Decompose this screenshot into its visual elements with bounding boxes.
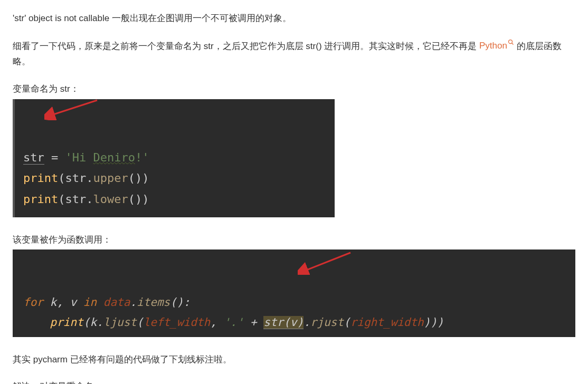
- code1-str-var: str: [23, 151, 44, 165]
- code2-l2-dot1: .: [97, 316, 103, 329]
- code2-l2-k: k: [90, 316, 97, 329]
- para2-text-a: 细看了一下代码，原来是之前将一个变量命名为 str，之后又把它作为底层 str(…: [13, 41, 479, 51]
- svg-line-1: [511, 43, 513, 44]
- code2-in: in: [77, 296, 103, 309]
- code1-l2-close: ): [142, 171, 149, 185]
- code1-s1: Hi: [72, 151, 93, 164]
- code2-rjust: rjust: [310, 316, 344, 329]
- code2-l2-open2: (: [137, 316, 144, 329]
- paragraph-5: 其实 pycharm 已经将有问题的代码做了下划线标注啦。: [13, 352, 575, 368]
- paragraph-4: 该变量被作为函数调用：: [13, 232, 575, 248]
- svg-line-3: [52, 100, 97, 115]
- code1-l2-p: (): [128, 171, 143, 185]
- code2-rw: right_width: [350, 316, 424, 329]
- code1-l3-obj: str.: [65, 193, 93, 206]
- paragraph-1: 'str' object is not callable 一般出现在企图调用一个…: [13, 11, 575, 26]
- code1-l3-close: ): [142, 193, 149, 206]
- code1-l3-p: (): [128, 193, 143, 206]
- svg-line-5: [305, 253, 350, 271]
- code2-v: v: [70, 296, 77, 309]
- code2-str: str: [263, 316, 283, 329]
- code2-cp3: ): [297, 316, 304, 329]
- code-block-1: str = 'Hi Deniro!' print(str.upper()) pr…: [13, 99, 335, 217]
- code2-vv: v: [290, 316, 297, 329]
- code2-dot: .: [130, 296, 137, 309]
- code2-comma: ,: [56, 296, 70, 309]
- code2-str-call: str(v): [263, 316, 304, 329]
- code1-s2: Deniro: [93, 151, 135, 164]
- code2-l2-str: '.': [223, 316, 243, 329]
- code2-paren: ():: [170, 296, 190, 309]
- code1-l2-open: (: [58, 171, 65, 185]
- paragraph-3: 变量命名为 str：: [13, 81, 575, 97]
- code2-plus: +: [243, 316, 263, 329]
- code-block-2: for k, v in data.items(): print(k.ljust(…: [13, 249, 575, 337]
- code2-dot2: .: [304, 316, 310, 329]
- code1-l3-lower: lower: [93, 193, 128, 206]
- code2-for: for: [23, 296, 50, 309]
- code2-op3: (: [283, 316, 290, 329]
- arrow-annotation-2: [298, 249, 356, 275]
- code2-indent: [23, 316, 50, 329]
- python-link-text: Python: [479, 41, 507, 51]
- code2-data: data: [103, 296, 130, 309]
- code1-q2: ': [142, 151, 149, 164]
- code1-q1: ': [65, 151, 72, 164]
- code2-op4: (: [344, 316, 350, 329]
- code1-print2: print: [23, 171, 58, 185]
- code1-eq: =: [44, 151, 65, 164]
- svg-point-0: [508, 40, 512, 43]
- paragraph-2: 细看了一下代码，原来是之前将一个变量命名为 str，之后又把它作为底层 str(…: [13, 38, 575, 70]
- code1-l3-open: (: [58, 193, 65, 206]
- code2-items: items: [137, 296, 170, 309]
- code1-l2-obj: str.: [65, 171, 93, 185]
- python-link[interactable]: Python: [479, 41, 514, 51]
- code1-l2-upper: upper: [93, 171, 128, 185]
- code2-k: k: [50, 296, 57, 309]
- code2-ljust: ljust: [103, 316, 137, 329]
- code1-print3: print: [23, 193, 58, 206]
- arrow-annotation-1: [44, 99, 102, 120]
- paragraph-6: 解决：对变量重命名。: [13, 379, 575, 384]
- code2-l2-open: (: [83, 316, 90, 329]
- code1-s3: !: [135, 151, 142, 164]
- search-icon: [508, 38, 514, 49]
- code2-print: print: [50, 316, 83, 329]
- code2-cp4: ))): [424, 316, 444, 329]
- code2-lw: left_width: [144, 316, 210, 329]
- code2-l2-c1: ,: [210, 316, 223, 329]
